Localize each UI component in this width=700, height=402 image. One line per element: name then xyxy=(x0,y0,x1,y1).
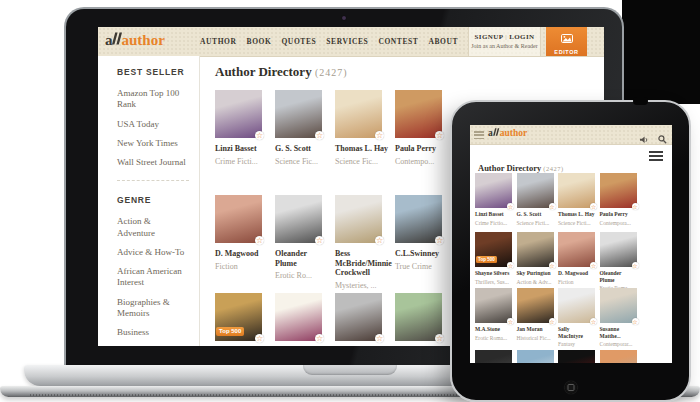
sidebar-item-business[interactable]: Business xyxy=(117,327,189,338)
author-name: Linzi Basset xyxy=(215,144,269,154)
author-card[interactable]: ☆ Susanne Matthe... Contemporar... xyxy=(600,288,637,347)
star-icon: ☆ xyxy=(632,318,639,325)
author-genre: Action & Adv... xyxy=(517,279,554,285)
hamburger-menu-icon[interactable] xyxy=(474,131,484,139)
sidebar-divider xyxy=(117,180,189,181)
author-card[interactable]: ☆ D. Magwood Fiction xyxy=(215,195,269,290)
author-card[interactable]: ☆ xyxy=(275,293,329,341)
star-icon: ☆ xyxy=(375,131,384,140)
nav-item-services[interactable]: SERVICES xyxy=(326,37,368,46)
sidebar-item-amazon-top-100-rank[interactable]: Amazon Top 100 Rank xyxy=(117,88,189,111)
star-icon: ☆ xyxy=(549,318,556,325)
logo-suffix: author xyxy=(500,128,527,138)
author-genre: True Crime xyxy=(395,262,449,271)
auth-separator: | xyxy=(505,33,507,41)
signup-link[interactable]: SIGNUP xyxy=(474,33,503,41)
tablet-site-logo[interactable]: aauthor xyxy=(488,128,527,138)
author-name: D. Magwood xyxy=(558,270,595,277)
author-row: Top 500☆ ☆ ☆ ☆ xyxy=(215,293,449,341)
announcement-icon[interactable] xyxy=(640,130,649,148)
author-card[interactable]: ☆ C.L.Swinney True Crime xyxy=(395,195,449,290)
author-photo: ☆ xyxy=(215,90,262,138)
author-name: Jan Moran xyxy=(517,326,554,333)
author-photo: ☆ xyxy=(517,288,554,323)
search-icon[interactable] xyxy=(658,130,667,148)
author-card[interactable] xyxy=(600,350,637,363)
author-card[interactable]: ☆ Sky Purington Action & Adv... xyxy=(517,232,554,291)
author-genre: Science Fic... xyxy=(335,157,389,166)
editor-label: EDITOR xyxy=(554,49,578,55)
author-card[interactable]: ☆ xyxy=(395,293,449,341)
author-photo: ☆ xyxy=(275,195,322,243)
star-icon: ☆ xyxy=(507,262,514,269)
author-name: Paula Perry xyxy=(395,144,449,154)
author-card[interactable]: Top 500☆ xyxy=(215,293,269,341)
author-card[interactable]: ☆ Oleander Plume Erotic Roma... xyxy=(600,232,637,291)
author-photo: ☆ xyxy=(335,293,382,341)
author-name: Thomas L. Hay xyxy=(335,144,389,154)
laptop-lid-notch xyxy=(303,365,397,375)
nav-item-book[interactable]: BOOK xyxy=(247,37,272,46)
site-logo[interactable]: aauthor xyxy=(105,32,165,49)
hamburger-menu-icon[interactable] xyxy=(649,151,663,161)
sidebar-item-usa-today[interactable]: USA Today xyxy=(117,119,189,130)
author-name: Linzi Basset xyxy=(475,211,512,218)
author-card[interactable]: ☆ Oleander Plume Erotic Ro... xyxy=(275,195,329,290)
author-row: ☆ M.A.Stone Erotic Roma... ☆ Jan Moran H… xyxy=(475,288,637,347)
star-icon: ☆ xyxy=(549,262,556,269)
author-card[interactable]: ☆ Thomas L. Hay Science Fic... xyxy=(335,90,389,166)
author-genre: Erotic Ro... xyxy=(275,271,329,280)
author-photo: ☆ xyxy=(335,90,382,138)
author-photo: ☆ xyxy=(335,195,382,243)
author-card[interactable]: ☆ Thomas L. Hay Science Ficti... xyxy=(558,173,595,226)
author-card[interactable]: ☆ Jan Moran Historical Fic... xyxy=(517,288,554,347)
author-card[interactable]: ☆ Paula Perry Contempora... xyxy=(600,173,637,226)
author-photo: Top 500☆ xyxy=(215,293,262,341)
tablet-page-title: Author Directory (2427) xyxy=(478,163,564,173)
tablet-home-button[interactable] xyxy=(564,381,577,394)
author-genre: Science Ficti... xyxy=(558,220,595,226)
author-name: M.A.Stone xyxy=(475,326,512,333)
nav-item-about[interactable]: ABOUT xyxy=(428,37,458,46)
login-link[interactable]: LOGIN xyxy=(509,33,534,41)
star-icon: ☆ xyxy=(632,262,639,269)
genre-heading: GENRE xyxy=(117,195,199,205)
star-icon: ☆ xyxy=(435,131,444,140)
author-card[interactable]: ☆ Paula Perry Contempo... xyxy=(395,90,449,166)
author-genre: Contemporar... xyxy=(600,341,637,347)
author-card[interactable]: ☆ G. S. Scott Science Fic... xyxy=(275,90,329,166)
sidebar-item-new-york-times[interactable]: New York Times xyxy=(117,138,189,149)
sidebar-item-advice-how-to[interactable]: Advice & How-To xyxy=(117,247,189,258)
author-card[interactable]: ☆ Sally MacIntyre Fantasy xyxy=(558,288,595,347)
author-card[interactable] xyxy=(558,350,595,363)
author-photo: ☆ xyxy=(600,288,637,323)
site-header: aauthor AUTHOR BOOK QUOTES SERVICES CONT… xyxy=(98,27,604,57)
author-photo: ☆ xyxy=(395,293,442,341)
author-card[interactable] xyxy=(517,350,554,363)
author-card[interactable]: Top 500☆ Shayne Silvers Thrillers, Sus..… xyxy=(475,232,512,291)
author-card[interactable]: ☆ Linzi Basset Crime Fictio... xyxy=(475,173,512,226)
nav-item-author[interactable]: AUTHOR xyxy=(200,37,237,46)
author-card[interactable]: ☆ Linzi Basset Crime Ficti... xyxy=(215,90,269,166)
nav-item-quotes[interactable]: QUOTES xyxy=(281,37,316,46)
best-seller-heading: BEST SELLER xyxy=(117,67,199,77)
author-card[interactable]: ☆ Bess McBride/Minnie Crockwell Mysterie… xyxy=(335,195,389,290)
best-seller-list: Amazon Top 100 Rank USA Today New York T… xyxy=(117,88,189,168)
sidebar-item-action-adventure[interactable]: Action & Adventure xyxy=(117,216,189,239)
author-card[interactable]: ☆ xyxy=(335,293,389,341)
nav-item-contest[interactable]: CONTEST xyxy=(378,37,418,46)
star-icon: ☆ xyxy=(315,334,324,343)
sidebar-item-african-american-interest[interactable]: African American Interest xyxy=(117,266,189,289)
author-name: Oleander Plume xyxy=(600,270,637,283)
author-photo xyxy=(558,350,595,363)
tablet-site-header: aauthor xyxy=(470,125,672,145)
author-card[interactable]: ☆ G. S. Scott Science Ficti... xyxy=(517,173,554,226)
sidebar-item-wall-street-journal[interactable]: Wall Street Journal xyxy=(117,157,189,168)
author-photo: ☆ xyxy=(558,232,595,267)
author-card[interactable] xyxy=(475,350,512,363)
editor-button[interactable]: EDITOR xyxy=(546,27,587,56)
author-card[interactable]: ☆ M.A.Stone Erotic Roma... xyxy=(475,288,512,347)
logo-suffix: author xyxy=(122,32,165,48)
author-card[interactable]: ☆ D. Magwood Fiction xyxy=(558,232,595,291)
sidebar-item-biographies-memoirs[interactable]: Biographies & Memoirs xyxy=(117,297,189,320)
